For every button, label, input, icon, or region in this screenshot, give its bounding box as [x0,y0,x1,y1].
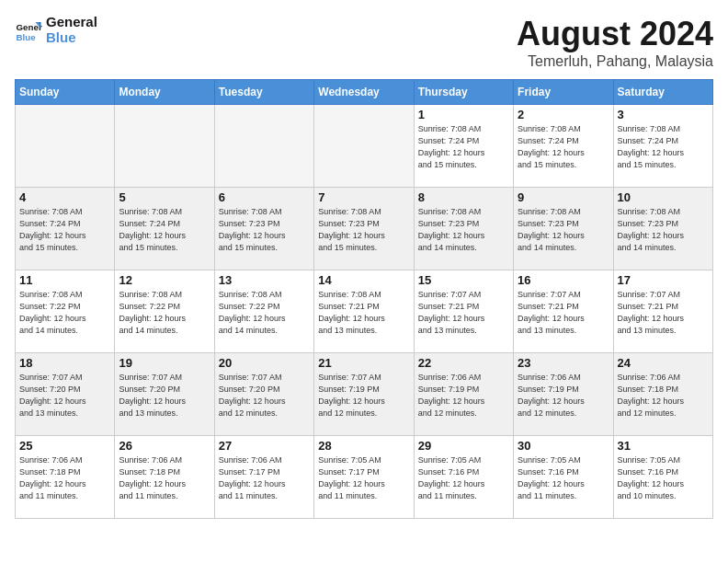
day-number: 7 [318,190,409,204]
calendar-day-cell: 18Sunrise: 7:07 AM Sunset: 7:20 PM Dayli… [16,353,115,436]
day-number: 9 [518,190,609,204]
day-info: Sunrise: 7:06 AM Sunset: 7:17 PM Dayligh… [219,454,310,502]
weekday-header-sunday: Sunday [16,80,115,105]
day-number: 16 [518,273,609,287]
day-info: Sunrise: 7:08 AM Sunset: 7:21 PM Dayligh… [318,289,409,337]
weekday-header-monday: Monday [115,80,214,105]
day-number: 29 [418,439,509,453]
day-number: 13 [219,273,310,287]
day-number: 24 [618,356,709,370]
day-info: Sunrise: 7:05 AM Sunset: 7:17 PM Dayligh… [318,454,409,502]
day-info: Sunrise: 7:08 AM Sunset: 7:24 PM Dayligh… [19,206,110,254]
day-info: Sunrise: 7:08 AM Sunset: 7:22 PM Dayligh… [119,289,210,337]
day-number: 19 [119,356,210,370]
logo-general-text: General [46,15,97,30]
calendar-day-cell: 28Sunrise: 7:05 AM Sunset: 7:17 PM Dayli… [314,436,414,519]
calendar-day-cell: 8Sunrise: 7:08 AM Sunset: 7:23 PM Daylig… [414,188,513,270]
calendar-day-cell: 5Sunrise: 7:08 AM Sunset: 7:24 PM Daylig… [115,188,214,270]
day-info: Sunrise: 7:05 AM Sunset: 7:16 PM Dayligh… [518,454,609,502]
day-info: Sunrise: 7:06 AM Sunset: 7:18 PM Dayligh… [19,454,110,502]
day-info: Sunrise: 7:08 AM Sunset: 7:23 PM Dayligh… [518,206,609,254]
calendar-day-cell [115,105,214,188]
day-number: 3 [618,108,709,121]
month-year-title: August 2024 [517,15,713,53]
calendar-week-row: 25Sunrise: 7:06 AM Sunset: 7:18 PM Dayli… [16,436,713,519]
calendar-day-cell: 31Sunrise: 7:05 AM Sunset: 7:16 PM Dayli… [613,436,712,519]
weekday-header-wednesday: Wednesday [314,80,414,105]
calendar-day-cell: 26Sunrise: 7:06 AM Sunset: 7:18 PM Dayli… [115,436,214,519]
day-info: Sunrise: 7:08 AM Sunset: 7:22 PM Dayligh… [19,289,110,337]
day-number: 25 [19,439,110,453]
calendar-day-cell: 1Sunrise: 7:08 AM Sunset: 7:24 PM Daylig… [414,105,513,188]
day-info: Sunrise: 7:06 AM Sunset: 7:18 PM Dayligh… [618,372,709,419]
day-info: Sunrise: 7:07 AM Sunset: 7:21 PM Dayligh… [518,289,609,337]
day-info: Sunrise: 7:08 AM Sunset: 7:23 PM Dayligh… [318,206,409,254]
weekday-header-friday: Friday [514,80,613,105]
day-number: 31 [618,439,709,453]
day-info: Sunrise: 7:07 AM Sunset: 7:20 PM Dayligh… [19,372,110,419]
calendar-day-cell: 25Sunrise: 7:06 AM Sunset: 7:18 PM Dayli… [16,436,115,519]
day-number: 27 [219,439,310,453]
day-number: 8 [418,190,509,204]
day-info: Sunrise: 7:05 AM Sunset: 7:16 PM Dayligh… [618,454,709,502]
calendar-week-row: 1Sunrise: 7:08 AM Sunset: 7:24 PM Daylig… [16,105,713,188]
day-number: 21 [318,356,409,370]
calendar-day-cell: 27Sunrise: 7:06 AM Sunset: 7:17 PM Dayli… [214,436,313,519]
day-number: 14 [318,273,409,287]
calendar-day-cell: 15Sunrise: 7:07 AM Sunset: 7:21 PM Dayli… [414,270,513,353]
calendar-day-cell: 4Sunrise: 7:08 AM Sunset: 7:24 PM Daylig… [16,188,115,270]
day-number: 26 [119,439,210,453]
day-info: Sunrise: 7:08 AM Sunset: 7:24 PM Dayligh… [418,123,509,171]
calendar-day-cell: 24Sunrise: 7:06 AM Sunset: 7:18 PM Dayli… [613,353,712,436]
day-info: Sunrise: 7:08 AM Sunset: 7:24 PM Dayligh… [119,206,210,254]
day-number: 6 [219,190,310,204]
calendar-day-cell: 22Sunrise: 7:06 AM Sunset: 7:19 PM Dayli… [414,353,513,436]
day-info: Sunrise: 7:08 AM Sunset: 7:24 PM Dayligh… [518,123,609,171]
calendar-day-cell: 7Sunrise: 7:08 AM Sunset: 7:23 PM Daylig… [314,188,414,270]
calendar-table: SundayMondayTuesdayWednesdayThursdayFrid… [15,79,713,519]
weekday-header-thursday: Thursday [414,80,513,105]
day-number: 10 [618,190,709,204]
day-number: 11 [19,273,110,287]
calendar-day-cell: 2Sunrise: 7:08 AM Sunset: 7:24 PM Daylig… [514,105,613,188]
day-info: Sunrise: 7:08 AM Sunset: 7:23 PM Dayligh… [618,206,709,254]
day-info: Sunrise: 7:07 AM Sunset: 7:20 PM Dayligh… [219,372,310,419]
calendar-day-cell: 30Sunrise: 7:05 AM Sunset: 7:16 PM Dayli… [514,436,613,519]
calendar-day-cell: 17Sunrise: 7:07 AM Sunset: 7:21 PM Dayli… [613,270,712,353]
calendar-day-cell: 9Sunrise: 7:08 AM Sunset: 7:23 PM Daylig… [514,188,613,270]
calendar-day-cell: 23Sunrise: 7:06 AM Sunset: 7:19 PM Dayli… [514,353,613,436]
day-number: 12 [119,273,210,287]
weekday-header-saturday: Saturday [613,80,712,105]
calendar-week-row: 4Sunrise: 7:08 AM Sunset: 7:24 PM Daylig… [16,188,713,270]
day-info: Sunrise: 7:07 AM Sunset: 7:21 PM Dayligh… [618,289,709,337]
calendar-day-cell: 11Sunrise: 7:08 AM Sunset: 7:22 PM Dayli… [16,270,115,353]
day-info: Sunrise: 7:08 AM Sunset: 7:22 PM Dayligh… [219,289,310,337]
calendar-day-cell: 21Sunrise: 7:07 AM Sunset: 7:19 PM Dayli… [314,353,414,436]
day-number: 17 [618,273,709,287]
logo: General Blue General Blue [15,15,97,45]
calendar-day-cell: 6Sunrise: 7:08 AM Sunset: 7:23 PM Daylig… [214,188,313,270]
title-area: August 2024 Temerluh, Pahang, Malaysia [517,15,713,70]
calendar-week-row: 11Sunrise: 7:08 AM Sunset: 7:22 PM Dayli… [16,270,713,353]
page-header: General Blue General Blue August 2024 Te… [15,15,713,70]
svg-text:Blue: Blue [17,31,37,41]
day-number: 22 [418,356,509,370]
day-number: 20 [219,356,310,370]
day-info: Sunrise: 7:06 AM Sunset: 7:19 PM Dayligh… [518,372,609,419]
calendar-week-row: 18Sunrise: 7:07 AM Sunset: 7:20 PM Dayli… [16,353,713,436]
day-info: Sunrise: 7:08 AM Sunset: 7:23 PM Dayligh… [418,206,509,254]
logo-blue-text: Blue [46,30,97,46]
calendar-day-cell [314,105,414,188]
calendar-day-cell: 16Sunrise: 7:07 AM Sunset: 7:21 PM Dayli… [514,270,613,353]
day-number: 2 [518,108,609,121]
day-info: Sunrise: 7:06 AM Sunset: 7:18 PM Dayligh… [119,454,210,502]
day-info: Sunrise: 7:05 AM Sunset: 7:16 PM Dayligh… [418,454,509,502]
day-info: Sunrise: 7:06 AM Sunset: 7:19 PM Dayligh… [418,372,509,419]
day-number: 5 [119,190,210,204]
day-info: Sunrise: 7:07 AM Sunset: 7:19 PM Dayligh… [318,372,409,419]
day-info: Sunrise: 7:08 AM Sunset: 7:24 PM Dayligh… [618,123,709,171]
day-number: 15 [418,273,509,287]
calendar-day-cell: 14Sunrise: 7:08 AM Sunset: 7:21 PM Dayli… [314,270,414,353]
calendar-day-cell: 13Sunrise: 7:08 AM Sunset: 7:22 PM Dayli… [214,270,313,353]
day-info: Sunrise: 7:07 AM Sunset: 7:20 PM Dayligh… [119,372,210,419]
